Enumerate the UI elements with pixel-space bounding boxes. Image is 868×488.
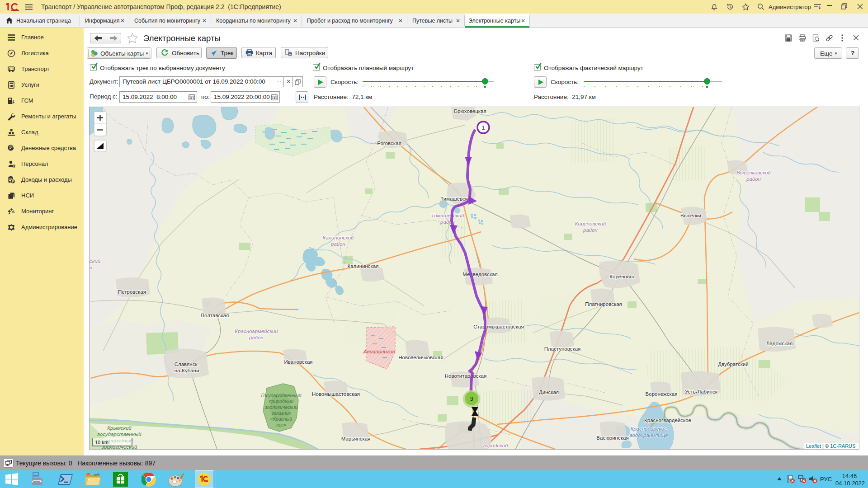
svg-text:Славянск-: Славянск- (175, 361, 199, 367)
svg-text:«Красный: «Красный (270, 416, 292, 422)
svg-text:заказник: заказник (271, 410, 292, 416)
svg-text:Кореновский: Кореновский (575, 221, 606, 226)
svg-text:район: район (330, 241, 346, 247)
svg-text:Государственный: Государственный (261, 393, 301, 398)
svg-text:Петровская: Петровская (118, 289, 146, 295)
svg-text:Тимашёвский: Тимашёвский (431, 213, 465, 218)
svg-text:Ивановская: Ивановская (284, 359, 312, 365)
svg-text:на-Кубани: на-Кубани (175, 368, 199, 373)
svg-text:зоологический: зоологический (264, 404, 297, 410)
svg-text:Брюховецкая: Брюховецкая (454, 108, 486, 114)
svg-text:Leaflet | © 1C-RARUS: Leaflet | © 1C-RARUS (806, 443, 855, 449)
svg-text:Выселки: Выселки (680, 213, 701, 218)
svg-text:Платнировская: Платнировская (585, 301, 622, 307)
svg-text:район: район (249, 335, 264, 340)
svg-text:Авиаполигон: Авиаполигон (363, 349, 396, 354)
svg-text:природный: природный (269, 399, 293, 404)
svg-text:Красноармейский: Красноармейский (235, 328, 278, 334)
svg-text:Выселковский: Выселковский (736, 170, 771, 175)
svg-text:1: 1 (481, 124, 485, 131)
svg-text:лес»: лес» (276, 422, 287, 427)
svg-text:Двубратский: Двубратский (718, 361, 748, 367)
svg-text:Медведовская: Медведовская (462, 272, 497, 277)
svg-text:Крымский: Крымский (107, 425, 132, 431)
svg-text:10 km: 10 km (95, 440, 108, 445)
svg-text:водохранилище: водохранилище (630, 432, 668, 438)
svg-text:Новомышастовская: Новомышастовская (312, 391, 360, 397)
svg-text:Пластуновская: Пластуновская (544, 346, 581, 352)
svg-text:Калининский: Калининский (323, 235, 354, 240)
svg-text:Красногвардейский: Красногвардейский (673, 448, 721, 449)
svg-text:ский: ский (90, 258, 101, 264)
svg-text:Роговская: Роговская (377, 141, 401, 146)
svg-text:Нововеличковская: Нововеличковская (398, 355, 443, 360)
svg-text:район: район (583, 227, 598, 233)
svg-text:Р: Р (13, 165, 15, 168)
svg-text:Калининская: Калининская (347, 263, 378, 269)
svg-text:район: район (746, 176, 761, 182)
svg-text:3: 3 (470, 395, 473, 402)
svg-text:Васюринская: Васюринская (596, 435, 628, 441)
svg-text:государственный: государственный (97, 432, 142, 437)
svg-text:н: н (90, 265, 93, 270)
svg-text:городской: городской (483, 443, 508, 448)
svg-text:Динская: Динская (539, 389, 559, 395)
svg-text:Кореновск: Кореновск (609, 274, 635, 279)
svg-text:Марьянская: Марьянская (341, 436, 371, 441)
svg-text:Старомышастовская: Старомышастовская (473, 324, 524, 329)
svg-text:Красногвардейское: Красногвардейское (644, 418, 691, 423)
svg-text:Краснодарское: Краснодарское (630, 426, 667, 432)
svg-text:Тимашёвск: Тимашёвск (440, 196, 468, 202)
svg-text:Ладожская: Ладожская (766, 341, 793, 346)
svg-text:Полтавская: Полтавская (201, 313, 229, 318)
svg-text:Усть-Лабинск: Усть-Лабинск (685, 389, 717, 394)
svg-text:Новотитаровская: Новотитаровская (445, 373, 486, 379)
svg-text:Воронежская: Воронежская (646, 391, 678, 397)
